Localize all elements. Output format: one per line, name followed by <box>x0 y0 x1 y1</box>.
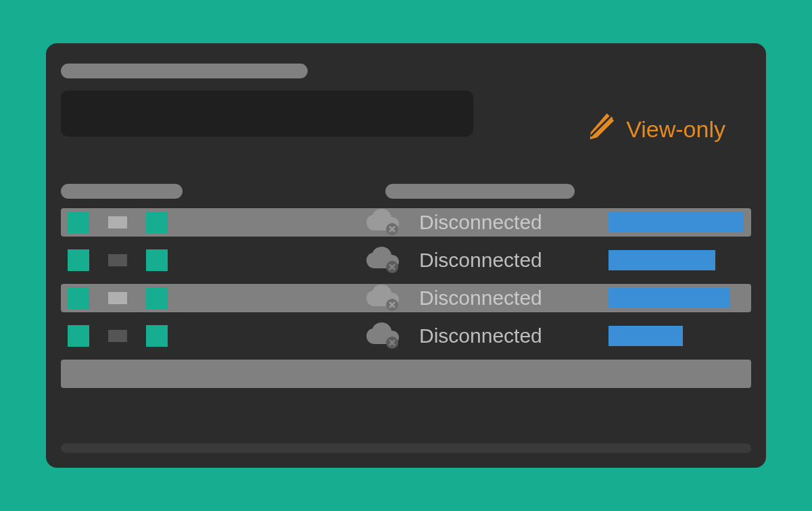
status-group: Disconnected <box>365 247 608 274</box>
panel: View-only Disconnected <box>46 43 766 468</box>
bottom-bar <box>61 443 751 453</box>
square-icon <box>146 212 168 233</box>
table-row[interactable]: Disconnected <box>61 246 751 274</box>
progress-bar <box>608 326 683 346</box>
row-icons <box>68 325 365 347</box>
progress-bar <box>608 288 730 308</box>
footer-row <box>61 360 751 388</box>
table-row[interactable]: Disconnected <box>61 284 751 312</box>
view-only-label: View-only <box>626 116 725 143</box>
no-edit-icon <box>586 111 617 147</box>
progress-bar <box>608 212 744 233</box>
status-text: Disconnected <box>419 324 542 347</box>
square-icon <box>68 287 89 309</box>
square-icon <box>146 287 168 309</box>
row-icons <box>68 212 365 233</box>
status-text: Disconnected <box>419 249 542 272</box>
status-group: Disconnected <box>365 209 608 236</box>
square-icon <box>146 325 168 347</box>
dash-icon <box>108 254 127 266</box>
view-only-badge: View-only <box>586 111 725 147</box>
row-icons <box>68 249 365 271</box>
status-text: Disconnected <box>419 287 542 310</box>
cloud-disconnected-icon <box>365 209 402 236</box>
dash-icon <box>108 330 127 342</box>
status-group: Disconnected <box>365 285 608 312</box>
cloud-disconnected-icon <box>365 247 402 274</box>
table-row[interactable]: Disconnected <box>61 322 751 350</box>
status-group: Disconnected <box>365 322 608 349</box>
square-icon <box>68 249 89 271</box>
progress-bar <box>608 250 715 270</box>
row-icons <box>68 287 365 309</box>
dash-icon <box>108 292 127 304</box>
status-text: Disconnected <box>419 211 542 234</box>
square-icon <box>68 212 89 233</box>
column-headers <box>61 184 751 199</box>
cloud-disconnected-icon <box>365 285 402 312</box>
cloud-disconnected-icon <box>365 322 402 349</box>
search-block[interactable] <box>61 91 473 137</box>
square-icon <box>146 249 168 271</box>
rows-container: Disconnected Disconnected <box>61 208 751 350</box>
title-placeholder <box>61 64 308 78</box>
svg-rect-0 <box>590 116 613 139</box>
dash-icon <box>108 216 127 228</box>
column-header-1 <box>61 184 183 199</box>
square-icon <box>68 325 89 347</box>
column-header-2 <box>385 184 575 199</box>
table-row[interactable]: Disconnected <box>61 208 751 237</box>
